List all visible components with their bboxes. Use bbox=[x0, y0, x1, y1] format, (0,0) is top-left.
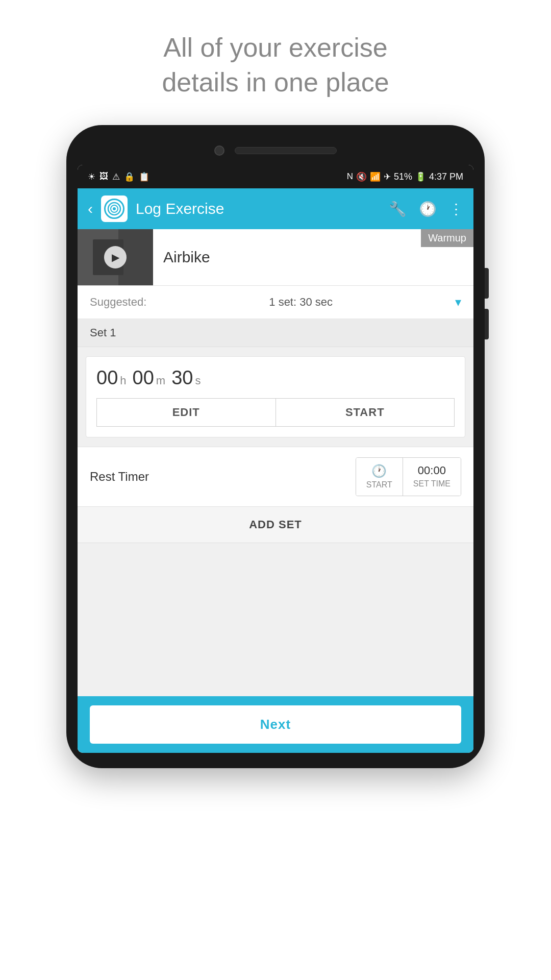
suggested-label: Suggested: bbox=[90, 296, 146, 309]
add-set-row[interactable]: ADD SET bbox=[78, 507, 473, 543]
tagline-line1: All of your exercise bbox=[163, 33, 387, 62]
status-icon-warning: ⚠ bbox=[112, 172, 120, 182]
battery-percent: 51% bbox=[394, 172, 412, 182]
empty-space bbox=[78, 543, 473, 696]
status-icon-nfc: N bbox=[347, 172, 353, 182]
suggested-value: 1 set: 30 sec bbox=[269, 296, 333, 309]
app-bar: ‹ Log Exercise 🔧 🕐 ⋮ bbox=[78, 188, 473, 229]
timer-seconds: 30 bbox=[171, 367, 193, 389]
add-set-label: ADD SET bbox=[249, 518, 302, 531]
volume-button bbox=[485, 268, 489, 299]
status-icon-clipboard: 📋 bbox=[139, 172, 149, 182]
power-button bbox=[485, 309, 489, 339]
tagline: All of your exercise details in one plac… bbox=[0, 0, 551, 125]
page: All of your exercise details in one plac… bbox=[0, 0, 551, 980]
status-icon-brightness: ☀ bbox=[88, 172, 95, 182]
set-label: Set 1 bbox=[90, 326, 116, 339]
app-logo bbox=[101, 195, 128, 222]
play-button[interactable]: ▶ bbox=[104, 246, 127, 268]
status-left-icons: ☀ 🖼 ⚠ 🔒 📋 bbox=[88, 172, 149, 182]
timer-actions: EDIT START bbox=[96, 398, 455, 427]
app-bar-actions: 🔧 🕐 ⋮ bbox=[389, 201, 463, 217]
rest-start-label: START bbox=[366, 480, 392, 489]
phone-top bbox=[78, 140, 473, 165]
status-icon-image: 🖼 bbox=[99, 172, 108, 182]
rest-start-button[interactable]: 🕐 START bbox=[356, 458, 403, 496]
bottom-bar: Next bbox=[78, 696, 473, 753]
rest-set-time-label: SET TIME bbox=[413, 479, 450, 488]
status-bar: ☀ 🖼 ⚠ 🔒 📋 N 🔇 📶 ✈ 51% 🔋 4:37 PM bbox=[78, 165, 473, 188]
phone-speaker bbox=[235, 147, 337, 154]
rest-clock-icon: 🕐 bbox=[371, 464, 387, 478]
chevron-down-icon[interactable]: ▾ bbox=[455, 295, 461, 309]
timer-minutes-label: m bbox=[156, 374, 165, 387]
status-right: N 🔇 📶 ✈ 51% 🔋 4:37 PM bbox=[347, 172, 463, 182]
exercise-thumbnail[interactable]: ▶ bbox=[78, 229, 153, 285]
svg-point-2 bbox=[113, 207, 116, 210]
timer-display: 00 h 00 m 30 s bbox=[96, 367, 455, 389]
app-logo-inner bbox=[104, 199, 124, 219]
exercise-header: ▶ Airbike Warmup bbox=[78, 229, 473, 286]
timer-card: 00 h 00 m 30 s EDIT START bbox=[86, 356, 465, 437]
timer-minutes: 00 bbox=[133, 367, 154, 389]
timer-hours: 00 bbox=[96, 367, 118, 389]
set-header: Set 1 bbox=[78, 319, 473, 347]
suggested-row: Suggested: 1 set: 30 sec ▾ bbox=[78, 286, 473, 319]
phone-frame: ☀ 🖼 ⚠ 🔒 📋 N 🔇 📶 ✈ 51% 🔋 4:37 PM bbox=[66, 125, 485, 768]
wrench-icon[interactable]: 🔧 bbox=[389, 201, 407, 217]
rest-timer-label: Rest Timer bbox=[90, 470, 149, 484]
more-icon[interactable]: ⋮ bbox=[449, 201, 463, 217]
exercise-name: Airbike bbox=[153, 249, 473, 266]
status-time: 4:37 PM bbox=[429, 172, 463, 182]
app-bar-title: Log Exercise bbox=[136, 200, 381, 217]
rest-timer-controls: 🕐 START 00:00 SET TIME bbox=[356, 457, 461, 496]
back-button[interactable]: ‹ bbox=[88, 200, 93, 217]
rest-time-value: 00:00 bbox=[418, 464, 446, 477]
rest-set-time-button[interactable]: 00:00 SET TIME bbox=[403, 458, 461, 496]
history-icon[interactable]: 🕐 bbox=[419, 201, 437, 217]
edit-button[interactable]: EDIT bbox=[96, 398, 276, 427]
timer-hours-label: h bbox=[120, 374, 126, 387]
tagline-line2: details in one place bbox=[162, 67, 389, 97]
front-camera bbox=[214, 145, 224, 156]
rest-timer-row: Rest Timer 🕐 START 00:00 SET TIME bbox=[78, 447, 473, 507]
status-icon-wifi: 📶 bbox=[370, 172, 381, 182]
phone-screen: ☀ 🖼 ⚠ 🔒 📋 N 🔇 📶 ✈ 51% 🔋 4:37 PM bbox=[78, 165, 473, 753]
battery-icon: 🔋 bbox=[415, 172, 426, 182]
status-icon-lock: 🔒 bbox=[124, 172, 135, 182]
next-button[interactable]: Next bbox=[90, 705, 461, 744]
status-icon-airplane: ✈ bbox=[384, 172, 391, 182]
warmup-badge: Warmup bbox=[421, 229, 473, 247]
status-icon-mute: 🔇 bbox=[356, 172, 367, 182]
timer-seconds-label: s bbox=[195, 374, 201, 387]
start-button[interactable]: START bbox=[276, 398, 455, 427]
